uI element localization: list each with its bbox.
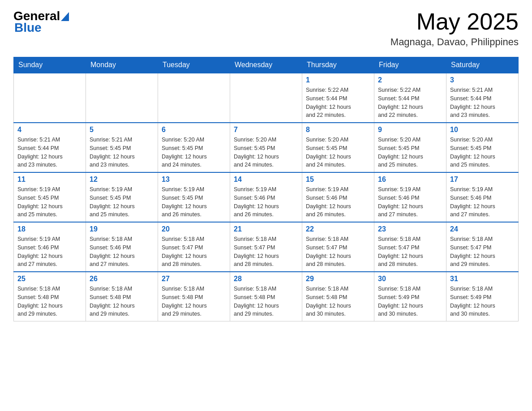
calendar-cell: 10Sunrise: 5:20 AMSunset: 5:45 PMDayligh… <box>446 123 519 172</box>
logo-blue-text: Blue <box>14 21 42 35</box>
day-number: 28 <box>234 275 298 283</box>
day-info: Sunrise: 5:18 AMSunset: 5:49 PMDaylight:… <box>450 285 515 318</box>
day-number: 5 <box>90 126 154 134</box>
day-info: Sunrise: 5:18 AMSunset: 5:47 PMDaylight:… <box>306 235 370 269</box>
day-info: Sunrise: 5:20 AMSunset: 5:45 PMDaylight:… <box>162 136 226 169</box>
calendar-cell: 1Sunrise: 5:22 AMSunset: 5:44 PMDaylight… <box>302 73 374 123</box>
day-info: Sunrise: 5:21 AMSunset: 5:44 PMDaylight:… <box>17 136 82 169</box>
day-number: 12 <box>90 176 154 184</box>
day-number: 18 <box>17 225 82 233</box>
day-info: Sunrise: 5:19 AMSunset: 5:46 PMDaylight:… <box>378 185 442 219</box>
day-number: 24 <box>450 225 515 233</box>
calendar-cell: 3Sunrise: 5:21 AMSunset: 5:44 PMDaylight… <box>446 73 519 123</box>
day-info: Sunrise: 5:21 AMSunset: 5:45 PMDaylight:… <box>90 136 154 169</box>
day-info: Sunrise: 5:19 AMSunset: 5:45 PMDaylight:… <box>162 185 226 219</box>
week-row-3: 11Sunrise: 5:19 AMSunset: 5:45 PMDayligh… <box>14 172 519 222</box>
calendar-cell: 15Sunrise: 5:19 AMSunset: 5:46 PMDayligh… <box>302 172 374 222</box>
day-info: Sunrise: 5:18 AMSunset: 5:47 PMDaylight:… <box>378 235 442 269</box>
calendar-cell: 20Sunrise: 5:18 AMSunset: 5:47 PMDayligh… <box>158 222 230 272</box>
calendar-cell: 25Sunrise: 5:18 AMSunset: 5:48 PMDayligh… <box>14 272 86 321</box>
day-number: 20 <box>162 225 226 233</box>
day-info: Sunrise: 5:20 AMSunset: 5:45 PMDaylight:… <box>234 136 298 169</box>
day-info: Sunrise: 5:18 AMSunset: 5:48 PMDaylight:… <box>234 285 298 318</box>
calendar-cell: 19Sunrise: 5:18 AMSunset: 5:46 PMDayligh… <box>86 222 158 272</box>
day-info: Sunrise: 5:19 AMSunset: 5:46 PMDaylight:… <box>17 235 82 269</box>
day-info: Sunrise: 5:18 AMSunset: 5:48 PMDaylight:… <box>17 285 82 318</box>
weekday-header-saturday: Saturday <box>446 57 519 73</box>
day-info: Sunrise: 5:20 AMSunset: 5:45 PMDaylight:… <box>306 136 370 169</box>
day-number: 7 <box>234 126 298 134</box>
page-header: General Blue May 2025 Magnaga, Davao, Ph… <box>13 9 519 48</box>
day-number: 31 <box>450 275 515 283</box>
day-number: 11 <box>17 176 82 184</box>
calendar-cell: 13Sunrise: 5:19 AMSunset: 5:45 PMDayligh… <box>158 172 230 222</box>
day-number: 13 <box>162 176 226 184</box>
calendar-cell: 27Sunrise: 5:18 AMSunset: 5:48 PMDayligh… <box>158 272 230 321</box>
day-number: 16 <box>378 176 442 184</box>
calendar-cell: 16Sunrise: 5:19 AMSunset: 5:46 PMDayligh… <box>374 172 446 222</box>
day-number: 26 <box>90 275 154 283</box>
calendar-cell: 12Sunrise: 5:19 AMSunset: 5:45 PMDayligh… <box>86 172 158 222</box>
logo: General Blue <box>13 9 69 35</box>
location-title: Magnaga, Davao, Philippines <box>390 36 519 48</box>
day-info: Sunrise: 5:18 AMSunset: 5:48 PMDaylight:… <box>162 285 226 318</box>
month-title: May 2025 <box>390 9 519 34</box>
calendar-cell: 24Sunrise: 5:18 AMSunset: 5:47 PMDayligh… <box>446 222 519 272</box>
day-number: 9 <box>378 126 442 134</box>
calendar-cell: 14Sunrise: 5:19 AMSunset: 5:46 PMDayligh… <box>230 172 302 222</box>
day-number: 1 <box>306 76 370 84</box>
calendar-cell: 26Sunrise: 5:18 AMSunset: 5:48 PMDayligh… <box>86 272 158 321</box>
day-number: 15 <box>306 176 370 184</box>
calendar-cell: 30Sunrise: 5:18 AMSunset: 5:49 PMDayligh… <box>374 272 446 321</box>
day-info: Sunrise: 5:18 AMSunset: 5:47 PMDaylight:… <box>162 235 226 269</box>
day-number: 29 <box>306 275 370 283</box>
day-info: Sunrise: 5:18 AMSunset: 5:47 PMDaylight:… <box>234 235 298 269</box>
day-number: 21 <box>234 225 298 233</box>
calendar-cell <box>14 73 86 123</box>
calendar-cell: 7Sunrise: 5:20 AMSunset: 5:45 PMDaylight… <box>230 123 302 172</box>
calendar-cell: 18Sunrise: 5:19 AMSunset: 5:46 PMDayligh… <box>14 222 86 272</box>
day-info: Sunrise: 5:18 AMSunset: 5:49 PMDaylight:… <box>378 285 442 318</box>
day-info: Sunrise: 5:22 AMSunset: 5:44 PMDaylight:… <box>378 86 442 120</box>
calendar-cell: 9Sunrise: 5:20 AMSunset: 5:45 PMDaylight… <box>374 123 446 172</box>
day-number: 17 <box>450 176 515 184</box>
day-number: 6 <box>162 126 226 134</box>
calendar-cell: 22Sunrise: 5:18 AMSunset: 5:47 PMDayligh… <box>302 222 374 272</box>
day-info: Sunrise: 5:18 AMSunset: 5:46 PMDaylight:… <box>90 235 154 269</box>
day-info: Sunrise: 5:21 AMSunset: 5:44 PMDaylight:… <box>450 86 515 120</box>
day-number: 30 <box>378 275 442 283</box>
calendar-cell: 21Sunrise: 5:18 AMSunset: 5:47 PMDayligh… <box>230 222 302 272</box>
weekday-header-monday: Monday <box>86 57 158 73</box>
day-info: Sunrise: 5:19 AMSunset: 5:45 PMDaylight:… <box>17 185 82 219</box>
calendar-cell: 8Sunrise: 5:20 AMSunset: 5:45 PMDaylight… <box>302 123 374 172</box>
weekday-header-thursday: Thursday <box>302 57 374 73</box>
calendar-table: SundayMondayTuesdayWednesdayThursdayFrid… <box>13 57 519 321</box>
weekday-header-friday: Friday <box>374 57 446 73</box>
day-info: Sunrise: 5:22 AMSunset: 5:44 PMDaylight:… <box>306 86 370 120</box>
calendar-cell <box>158 73 230 123</box>
day-number: 4 <box>17 126 82 134</box>
day-number: 27 <box>162 275 226 283</box>
calendar-cell: 23Sunrise: 5:18 AMSunset: 5:47 PMDayligh… <box>374 222 446 272</box>
calendar-cell: 5Sunrise: 5:21 AMSunset: 5:45 PMDaylight… <box>86 123 158 172</box>
day-info: Sunrise: 5:18 AMSunset: 5:48 PMDaylight:… <box>306 285 370 318</box>
logo-triangle-icon <box>61 12 69 21</box>
svg-marker-0 <box>61 12 69 21</box>
day-info: Sunrise: 5:18 AMSunset: 5:48 PMDaylight:… <box>90 285 154 318</box>
week-row-1: 1Sunrise: 5:22 AMSunset: 5:44 PMDaylight… <box>14 73 519 123</box>
calendar-cell: 28Sunrise: 5:18 AMSunset: 5:48 PMDayligh… <box>230 272 302 321</box>
weekday-header-sunday: Sunday <box>14 57 86 73</box>
day-info: Sunrise: 5:18 AMSunset: 5:47 PMDaylight:… <box>450 235 515 269</box>
day-number: 14 <box>234 176 298 184</box>
calendar-cell: 2Sunrise: 5:22 AMSunset: 5:44 PMDaylight… <box>374 73 446 123</box>
day-info: Sunrise: 5:19 AMSunset: 5:45 PMDaylight:… <box>90 185 154 219</box>
calendar-cell: 4Sunrise: 5:21 AMSunset: 5:44 PMDaylight… <box>14 123 86 172</box>
day-info: Sunrise: 5:19 AMSunset: 5:46 PMDaylight:… <box>234 185 298 219</box>
day-info: Sunrise: 5:19 AMSunset: 5:46 PMDaylight:… <box>306 185 370 219</box>
calendar-cell <box>230 73 302 123</box>
week-row-2: 4Sunrise: 5:21 AMSunset: 5:44 PMDaylight… <box>14 123 519 172</box>
calendar-cell: 17Sunrise: 5:19 AMSunset: 5:46 PMDayligh… <box>446 172 519 222</box>
calendar-header-row: SundayMondayTuesdayWednesdayThursdayFrid… <box>14 57 519 73</box>
weekday-header-wednesday: Wednesday <box>230 57 302 73</box>
day-number: 25 <box>17 275 82 283</box>
